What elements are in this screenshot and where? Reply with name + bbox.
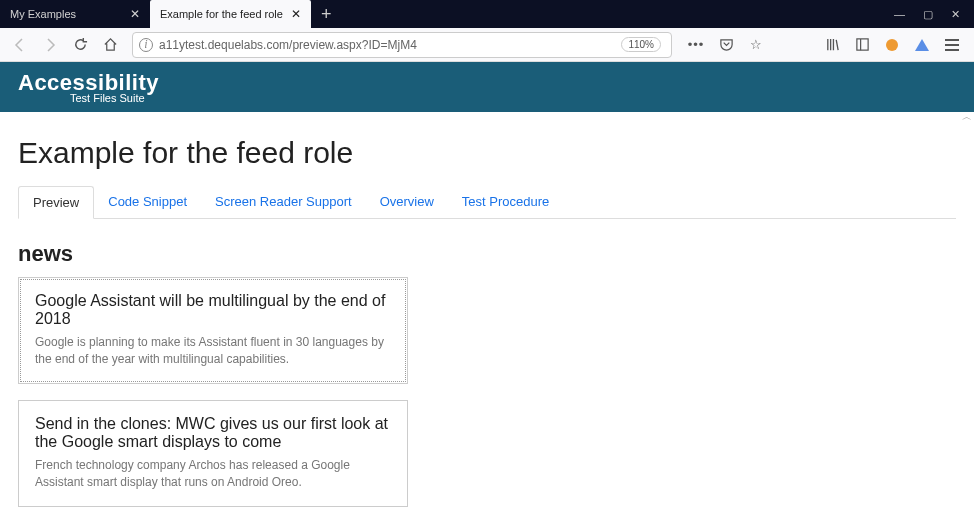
more-actions-icon[interactable]: •••: [686, 35, 706, 55]
sidebar-icon[interactable]: [852, 35, 872, 55]
logo-sub: Test Files Suite: [70, 92, 956, 104]
pocket-icon[interactable]: [716, 35, 736, 55]
svg-rect-0: [856, 39, 867, 50]
feed-heading: news: [18, 241, 956, 267]
url-actions: ••• ☆: [680, 35, 772, 55]
article-title: Send in the clones: MWC gives us our fir…: [35, 415, 391, 451]
home-button[interactable]: [96, 31, 124, 59]
tab-preview[interactable]: Preview: [18, 186, 94, 219]
new-tab-button[interactable]: +: [311, 4, 342, 25]
tab-bar: My Examples ✕ Example for the feed role …: [0, 0, 974, 28]
close-icon[interactable]: ✕: [130, 7, 140, 21]
feed-article[interactable]: Send in the clones: MWC gives us our fir…: [18, 400, 408, 507]
extension-triangle-icon[interactable]: [912, 35, 932, 55]
tab-test-procedure[interactable]: Test Procedure: [448, 186, 563, 218]
site-header: Accessibility Test Files Suite: [0, 62, 974, 112]
scroll-up-arrow[interactable]: ︿: [962, 110, 972, 124]
tab-title: Example for the feed role: [160, 8, 283, 20]
article-title: Google Assistant will be multilingual by…: [35, 292, 391, 328]
nav-bar: i a11ytest.dequelabs.com/preview.aspx?ID…: [0, 28, 974, 62]
extension-dot-icon[interactable]: [882, 35, 902, 55]
tab-overview[interactable]: Overview: [366, 186, 448, 218]
browser-tab-inactive[interactable]: My Examples ✕: [0, 0, 150, 28]
close-icon[interactable]: ✕: [291, 7, 301, 21]
bookmark-star-icon[interactable]: ☆: [746, 35, 766, 55]
reload-button[interactable]: [66, 31, 94, 59]
page-title: Example for the feed role: [18, 136, 956, 170]
menu-icon[interactable]: [942, 35, 962, 55]
article-body: French technology company Archos has rel…: [35, 457, 391, 492]
tab-screen-reader[interactable]: Screen Reader Support: [201, 186, 366, 218]
zoom-badge[interactable]: 110%: [621, 37, 661, 52]
toolbar-right: [816, 35, 968, 55]
content-tabs: Preview Code Snippet Screen Reader Suppo…: [18, 186, 956, 219]
url-text: a11ytest.dequelabs.com/preview.aspx?ID=M…: [159, 38, 621, 52]
close-window-button[interactable]: ✕: [951, 8, 960, 21]
browser-tab-active[interactable]: Example for the feed role ✕: [150, 0, 311, 28]
page-content: ︿ Example for the feed role Preview Code…: [0, 112, 974, 518]
minimize-button[interactable]: —: [894, 8, 905, 21]
site-info-icon[interactable]: i: [139, 38, 153, 52]
feed-article[interactable]: Google Assistant will be multilingual by…: [18, 277, 408, 384]
tab-title: My Examples: [10, 8, 122, 20]
tab-code-snippet[interactable]: Code Snippet: [94, 186, 201, 218]
library-icon[interactable]: [822, 35, 842, 55]
back-button[interactable]: [6, 31, 34, 59]
article-body: Google is planning to make its Assistant…: [35, 334, 391, 369]
browser-chrome: My Examples ✕ Example for the feed role …: [0, 0, 974, 62]
forward-button[interactable]: [36, 31, 64, 59]
maximize-button[interactable]: ▢: [923, 8, 933, 21]
url-bar[interactable]: i a11ytest.dequelabs.com/preview.aspx?ID…: [132, 32, 672, 58]
window-controls: — ▢ ✕: [894, 8, 974, 21]
